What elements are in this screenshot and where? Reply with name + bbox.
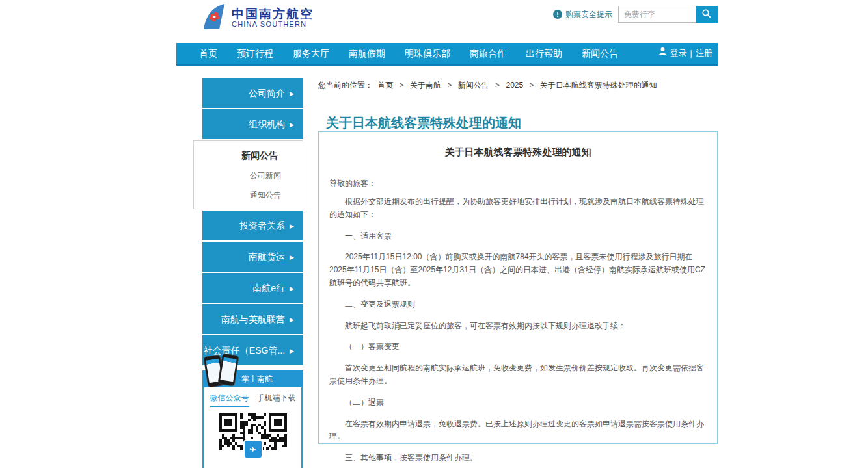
nav-item-home[interactable]: 首页 (189, 43, 227, 64)
chevron-right-icon: ▶ (290, 122, 294, 128)
info-icon: ! (553, 10, 562, 19)
breadcrumb-separator: > (495, 81, 500, 90)
login-link[interactable]: 登录 (670, 43, 687, 64)
safety-tip-label: 购票安全提示 (565, 9, 612, 20)
breadcrumb: 您当前的位置： 首页 > 关于南航 > 新闻公告 > 2025 > 关于日本航线… (318, 80, 660, 91)
breadcrumb-label: 您当前的位置： (318, 81, 373, 90)
sidebar-active-section: 新闻公告 公司新闻 通知公告 (193, 140, 303, 209)
breadcrumb-news[interactable]: 新闻公告 (458, 81, 489, 90)
chevron-right-icon: ▶ (290, 223, 294, 229)
notice-section-2-heading: 二、变更及退票规则 (329, 298, 707, 311)
page: 中国南方航空 CHINA SOUTHERN ! 购票安全提示 (0, 0, 868, 468)
breadcrumb-home[interactable]: 首页 (377, 81, 393, 90)
sidebar-item-label: 公司简介 (249, 88, 285, 98)
sidebar: 公司简介▶ 组织机构▶ 新闻公告 公司新闻 通知公告 投资者关系▶ 南航货运▶ … (202, 78, 303, 367)
nav-links: 首页 预订行程 服务大厅 南航假期 明珠俱乐部 商旅合作 出行帮助 新闻公告 (176, 43, 718, 64)
chevron-right-icon: ▶ (290, 317, 294, 323)
notice-paragraph: 在客票有效期内申请退票，免收退票费。已按上述原则办理过变更的客票如申请退票需按客… (329, 418, 707, 444)
mobile-app-widget: 掌上南航 微信公众号 手机端下载 ✈ (202, 370, 303, 468)
airline-tailfin-logo-icon (200, 3, 226, 33)
notice-box: 关于日本航线客票特殊处理的通知 尊敬的旅客： 根据外交部近期发布的出行提醒，为协… (318, 131, 718, 444)
notice-paragraph: 首次变更至相同航程的南航实际承运航班，免收变更费，如发生票价价差按规定收取。再次… (329, 362, 707, 388)
nav-item-booking[interactable]: 预订行程 (227, 43, 283, 64)
nav-item-news[interactable]: 新闻公告 (572, 43, 628, 64)
nav-item-pearl-club[interactable]: 明珠俱乐部 (395, 43, 460, 64)
breadcrumb-current: 关于日本航线客票特殊处理的通知 (540, 81, 657, 90)
tab-wechat-official[interactable]: 微信公众号 (210, 393, 249, 407)
notice-paragraph: 2025年11月15日12:00（含）前购买或换开的南航784开头的客票，且客票… (329, 251, 707, 289)
notice-greeting: 尊敬的旅客： (329, 178, 707, 189)
chevron-right-icon: ▶ (290, 90, 294, 97)
account-area: 登录 | 注册 (658, 43, 712, 64)
sidebar-item-label: 南航e行 (252, 283, 285, 293)
chevron-right-icon: ▶ (290, 285, 294, 292)
notice-subsection-heading: （一）客票变更 (329, 341, 707, 354)
nav-item-holidays[interactable]: 南航假期 (339, 43, 395, 64)
login-register-divider: | (690, 43, 692, 64)
chevron-right-icon: ▶ (290, 254, 294, 261)
app-widget-panel: 微信公众号 手机端下载 ✈ (202, 387, 303, 468)
header-right: ! 购票安全提示 (553, 6, 718, 23)
sidebar-item-label: 组织机构 (249, 119, 285, 129)
phones-image (205, 355, 241, 389)
notice-title: 关于日本航线客票特殊处理的通知 (329, 146, 707, 159)
notice-section-1-heading: 一、适用客票 (329, 230, 707, 243)
header: 中国南方航空 CHINA SOUTHERN ! 购票安全提示 (0, 0, 868, 42)
breadcrumb-separator: > (447, 81, 452, 90)
register-link[interactable]: 注册 (696, 43, 712, 64)
sidebar-item-label: 投资者关系 (239, 220, 285, 231)
logo-en-text: CHINA SOUTHERN (232, 21, 314, 29)
sidebar-item-company-profile[interactable]: 公司简介▶ (202, 78, 303, 108)
sidebar-subitem-notice[interactable]: 通知公告 (194, 190, 303, 201)
main-nav: 首页 预订行程 服务大厅 南航假期 明珠俱乐部 商旅合作 出行帮助 新闻公告 登… (176, 43, 718, 66)
app-widget-title: 掌上南航 (241, 374, 273, 384)
search-bar (618, 6, 718, 23)
sidebar-item-etravel[interactable]: 南航e行▶ (202, 273, 303, 303)
breadcrumb-separator: > (530, 81, 534, 90)
ticket-safety-tip-link[interactable]: ! 购票安全提示 (553, 9, 612, 20)
sidebar-item-news-announcements[interactable]: 新闻公告 (194, 150, 303, 162)
app-widget-header: 掌上南航 (202, 370, 303, 387)
user-icon (658, 43, 667, 64)
breadcrumb-year[interactable]: 2025 (506, 81, 523, 90)
qr-code: ✈ (219, 413, 287, 454)
notice-paragraph: 根据外交部近期发布的出行提醒，为协助旅客更好地安排出行计划，现就涉及南航日本航线… (329, 196, 707, 222)
notice-section-3-heading: 三、其他事项，按客票使用条件办理。 (329, 452, 707, 465)
sidebar-item-cargo[interactable]: 南航货运▶ (202, 242, 303, 272)
nav-item-travel-help[interactable]: 出行帮助 (516, 43, 572, 64)
notice-paragraph: 航班起飞前取消已定妥座位的旅客，可在客票有效期内按以下规则办理退改手续： (329, 320, 707, 333)
sidebar-item-organization[interactable]: 组织机构▶ (202, 109, 303, 139)
sidebar-item-investor-relations[interactable]: 投资者关系▶ (202, 211, 303, 240)
sidebar-item-label: 南航与英航联营 (221, 314, 285, 324)
breadcrumb-about[interactable]: 关于南航 (410, 81, 441, 90)
nav-item-corporate[interactable]: 商旅合作 (460, 43, 516, 64)
breadcrumb-separator: > (400, 81, 404, 90)
notice-subsection-heading: （二）退票 (329, 396, 707, 410)
chevron-right-icon: ▶ (290, 348, 294, 354)
tab-mobile-download[interactable]: 手机端下载 (257, 393, 296, 407)
sidebar-item-label: 南航货运 (249, 252, 285, 262)
page-title: 关于日本航线客票特殊处理的通知 (326, 114, 521, 132)
search-button[interactable] (696, 6, 718, 23)
search-input[interactable] (618, 6, 696, 23)
sidebar-item-label: 社会责任（ESG管... (204, 345, 285, 356)
search-icon (701, 8, 712, 21)
nav-item-service-hall[interactable]: 服务大厅 (283, 43, 339, 64)
logo-cn-text: 中国南方航空 (232, 8, 314, 21)
app-badge-icon: ✈ (243, 439, 263, 459)
logo[interactable]: 中国南方航空 CHINA SOUTHERN (200, 3, 314, 33)
sidebar-item-ba-joint[interactable]: 南航与英航联营▶ (202, 304, 303, 334)
sidebar-subitem-company-news[interactable]: 公司新闻 (194, 170, 303, 181)
